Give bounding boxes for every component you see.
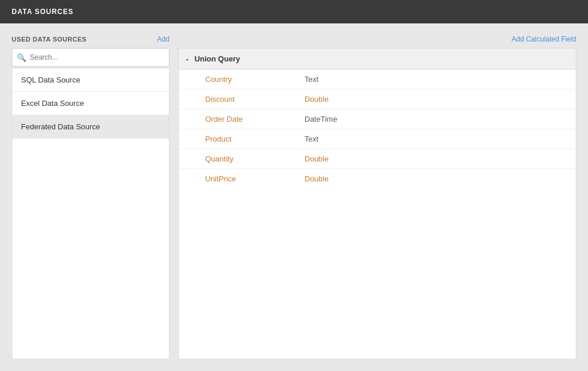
table-row: ProductText — [179, 129, 576, 149]
field-extra-cell — [413, 70, 576, 90]
search-icon: 🔍 — [17, 53, 26, 62]
field-name-cell[interactable]: Country — [179, 70, 296, 90]
fields-table: CountryTextDiscountDoubleOrder DateDateT… — [179, 70, 576, 188]
app-header: DATA SOURCES — [0, 0, 588, 23]
query-panel: - Union Query CountryTextDiscountDoubleO… — [178, 48, 576, 359]
table-row: CountryText — [179, 70, 576, 90]
collapse-button[interactable]: - — [186, 54, 189, 64]
field-name-cell[interactable]: Order Date — [179, 109, 296, 129]
field-type-cell: Text — [296, 129, 413, 149]
field-extra-cell — [413, 169, 576, 189]
table-row: Order DateDateTime — [179, 109, 576, 129]
left-panel-header: USED DATA SOURCES Add — [12, 35, 170, 43]
field-type-cell: Double — [296, 149, 413, 169]
field-type-cell: Double — [296, 169, 413, 189]
table-row: QuantityDouble — [179, 149, 576, 169]
search-input[interactable] — [30, 53, 164, 61]
header-title: DATA SOURCES — [12, 8, 74, 16]
union-query-title: Union Query — [195, 54, 240, 63]
datasource-list: SQL Data Source Excel Data Source Federa… — [12, 68, 170, 359]
right-panel-header: Add Calculated Field — [178, 35, 576, 43]
table-row: UnitPriceDouble — [179, 169, 576, 189]
field-type-cell: Double — [296, 90, 413, 109]
field-name-cell[interactable]: Quantity — [179, 149, 296, 169]
field-type-cell: DateTime — [296, 109, 413, 129]
used-data-sources-label: USED DATA SOURCES — [12, 36, 87, 43]
field-extra-cell — [413, 129, 576, 149]
datasource-item-sql[interactable]: SQL Data Source — [12, 68, 169, 92]
search-box: 🔍 — [12, 48, 170, 67]
datasource-item-federated[interactable]: Federated Data Source — [12, 115, 169, 139]
right-panel: Add Calculated Field - Union Query Count… — [178, 35, 576, 359]
union-query-header: - Union Query — [179, 49, 576, 70]
field-name-cell[interactable]: UnitPrice — [179, 169, 296, 189]
field-extra-cell — [413, 109, 576, 129]
add-calculated-field-link[interactable]: Add Calculated Field — [511, 35, 576, 43]
datasource-item-excel[interactable]: Excel Data Source — [12, 92, 169, 115]
add-datasource-link[interactable]: Add — [157, 35, 170, 43]
left-panel: USED DATA SOURCES Add 🔍 SQL Data Source … — [12, 35, 170, 359]
field-extra-cell — [413, 90, 576, 109]
table-row: DiscountDouble — [179, 90, 576, 109]
field-name-cell[interactable]: Product — [179, 129, 296, 149]
main-content: USED DATA SOURCES Add 🔍 SQL Data Source … — [0, 23, 588, 371]
field-name-cell[interactable]: Discount — [179, 90, 296, 109]
field-extra-cell — [413, 149, 576, 169]
field-type-cell: Text — [296, 70, 413, 90]
